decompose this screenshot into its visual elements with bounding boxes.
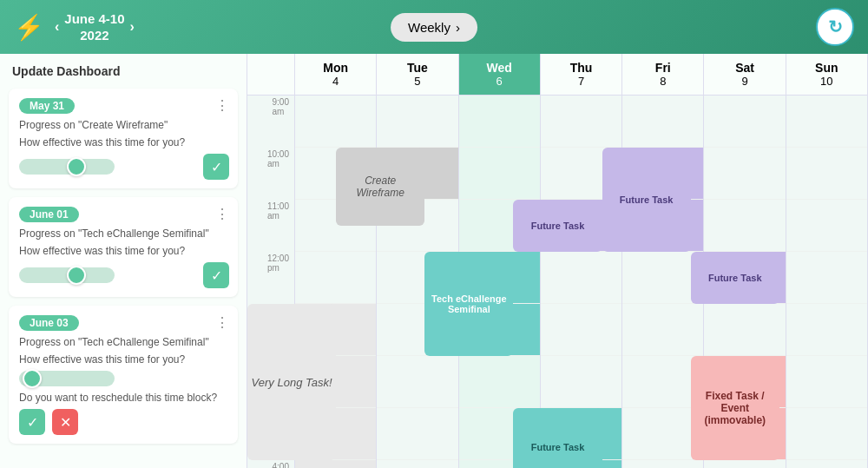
main-content: Update Dashboard May 31 ⋮ Progress on "C… (0, 54, 868, 468)
task-card-june01: June 01 ⋮ Progress on "Tech eChallenge S… (9, 197, 238, 297)
task-card-may31: May 31 ⋮ Progress on "Create Wireframe" … (9, 89, 238, 188)
toggle-thumb (67, 157, 86, 176)
time-slot-11am: 11:00am (247, 200, 295, 252)
calendar-body: 9:00am 10:00am 11:00am 12:00pm 1:00pm 2:… (247, 96, 868, 468)
sync-button[interactable]: ↻ (816, 8, 854, 46)
time-spacer (247, 54, 295, 95)
confirm-button[interactable]: ✓ (203, 262, 229, 288)
cal-day-thu: Thu 7 (541, 54, 622, 95)
reschedule-cancel-button[interactable]: ✕ (52, 409, 78, 435)
action-row: ✓ ✕ (19, 409, 229, 435)
sidebar-title: Update Dashboard (9, 63, 238, 80)
sync-icon: ↻ (828, 16, 843, 37)
event-create-wireframe[interactable]: Create Wireframe (336, 148, 424, 226)
cal-day-sun: Sun 10 (786, 54, 868, 95)
calendar-header: Mon 4 Tue 5 Wed 6 Thu 7 Fri 8 Sat 9 (247, 54, 868, 96)
time-slot-12pm: 12:00pm (247, 252, 295, 304)
sidebar: Update Dashboard May 31 ⋮ Progress on "C… (0, 54, 247, 468)
reschedule-label: Do you want to reschedule this time bloc… (19, 392, 229, 404)
weekly-view-button[interactable]: Weekly › (391, 13, 477, 42)
task-menu-button[interactable]: ⋮ (215, 97, 229, 114)
col-sun (786, 96, 868, 468)
date-nav: ‹ June 4-10 2022 › (55, 10, 135, 44)
task-effective-label: How effective was this time for you? (19, 245, 229, 257)
cal-day-fri: Fri 8 (622, 54, 704, 95)
toggle-thumb (67, 266, 86, 285)
toggle-thumb (23, 369, 42, 388)
cal-day-mon: Mon 4 (295, 54, 377, 95)
event-future-task-thu-11[interactable]: Future Task (513, 200, 602, 252)
task-menu-button[interactable]: ⋮ (215, 206, 229, 222)
event-future-task-fri[interactable]: Future Task (602, 148, 691, 252)
effectiveness-toggle[interactable] (19, 267, 115, 283)
task-date-badge: June 03 (19, 315, 79, 331)
task-menu-button[interactable]: ⋮ (215, 314, 229, 331)
reschedule-confirm-button[interactable]: ✓ (19, 409, 45, 435)
calendar: Mon 4 Tue 5 Wed 6 Thu 7 Fri 8 Sat 9 (247, 54, 868, 468)
event-fixed-task-sat[interactable]: Fixed Task / Event (immovable) (691, 356, 779, 460)
next-week-button[interactable]: › (130, 19, 135, 35)
confirm-button[interactable]: ✓ (203, 154, 229, 180)
task-card-june03: June 03 ⋮ Progress on "Tech eChallenge S… (9, 306, 238, 444)
event-very-long-task[interactable]: Very Long Task! (247, 304, 336, 460)
event-future-task-sat-12[interactable]: Future Task (691, 252, 779, 304)
date-range: June 4-10 2022 (64, 10, 124, 44)
task-date-badge: June 01 (19, 207, 79, 222)
time-slot-4pm: 4:00pm (247, 460, 295, 468)
bolt-icon: ⚡ (14, 13, 44, 42)
task-effective-label: How effective was this time for you? (19, 136, 229, 148)
task-date-badge: May 31 (19, 98, 75, 114)
task-progress-label: Progress on "Create Wireframe" (19, 119, 229, 131)
task-progress-label: Progress on "Tech eChallenge Semifinal" (19, 227, 229, 240)
header: ⚡ ‹ June 4-10 2022 › Weekly › ↻ (0, 0, 868, 54)
cal-day-tue: Tue 5 (377, 54, 458, 95)
toggle-row: ✓ (19, 262, 229, 288)
event-tech-semifinal[interactable]: Tech eChallenge Semifinal (424, 252, 513, 356)
event-future-task-thu-3[interactable]: Future Task (513, 408, 602, 468)
effectiveness-toggle[interactable] (19, 371, 115, 386)
time-slot-9am: 9:00am (247, 96, 295, 148)
task-effective-label: How effective was this time for you? (19, 353, 229, 366)
task-progress-label: Progress on "Tech eChallenge Semifinal" (19, 336, 229, 348)
prev-week-button[interactable]: ‹ (55, 19, 59, 35)
toggle-row: ✓ (19, 154, 229, 180)
time-slot-10am: 10:00am (247, 148, 295, 200)
cal-day-wed: Wed 6 (459, 54, 541, 95)
cal-day-sat: Sat 9 (704, 54, 786, 95)
toggle-row (19, 371, 229, 386)
effectiveness-toggle[interactable] (19, 159, 115, 175)
